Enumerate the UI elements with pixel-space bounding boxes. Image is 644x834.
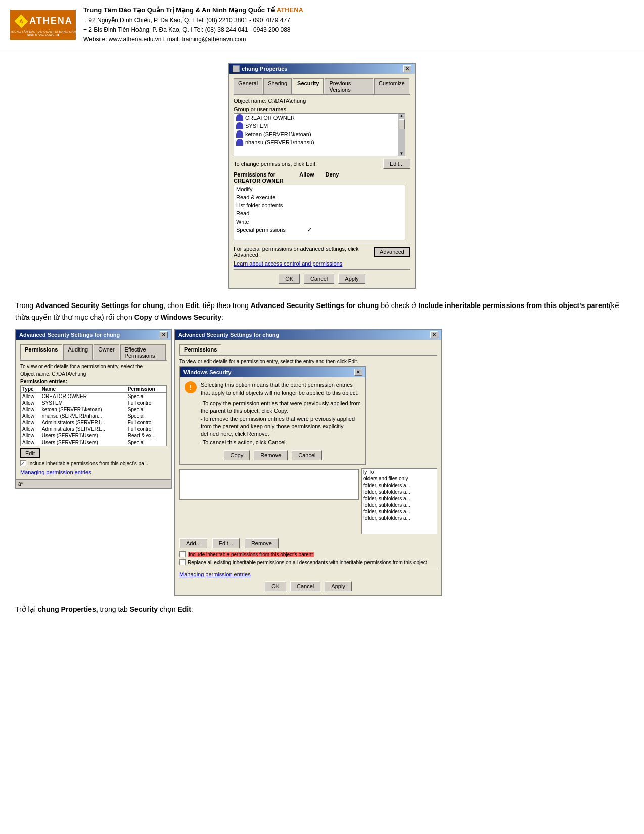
adv-left-statusbar: a* bbox=[16, 479, 171, 488]
adv-left-edit-row: Edit bbox=[20, 448, 167, 458]
popup-text-area: ! Selecting this option means that the p… bbox=[185, 381, 361, 446]
separator2 bbox=[234, 269, 410, 270]
adv-left-tab-auditing[interactable]: Auditing bbox=[63, 344, 93, 360]
table-row: Allow Administrators (SERVER1... Full co… bbox=[21, 426, 166, 432]
perms-header: Permissions for CREATOR OWNER Allow Deny bbox=[234, 171, 410, 184]
adv-left-object: Object name: C:\DATA\chung bbox=[20, 371, 167, 377]
perm-row-read: Read bbox=[234, 209, 405, 217]
adv-right-remove-btn[interactable]: Remove bbox=[245, 538, 279, 548]
dialog1-close[interactable]: ✕ bbox=[403, 65, 411, 72]
adv-left-tab-permissions[interactable]: Permissions bbox=[20, 344, 62, 360]
adv-right-link-row: Managing permission entries bbox=[179, 571, 437, 577]
table-row: Allow Users (SERVER1\Users) Special bbox=[21, 439, 166, 446]
adv-left-tab-effective[interactable]: Effective Permissions bbox=[120, 344, 166, 360]
popup-cancel-btn[interactable]: Cancel bbox=[292, 450, 322, 460]
popup-close[interactable]: ✕ bbox=[354, 369, 362, 376]
dialog1-tabs: General Sharing Security Previous Versio… bbox=[234, 78, 410, 95]
svg-text:A: A bbox=[19, 18, 23, 24]
table-row: Allow SYSTEM Full control bbox=[21, 400, 166, 406]
user-item-system[interactable]: SYSTEM bbox=[234, 122, 398, 130]
adv-right-edit-btn[interactable]: Edit... bbox=[212, 538, 240, 548]
adv-right-checkbox1[interactable] bbox=[179, 551, 186, 557]
adv-left-link[interactable]: Managing permission entries bbox=[20, 469, 91, 475]
adv-left-titlebar: Advanced Security Settings for chung ✕ bbox=[16, 330, 171, 340]
adv-right-body: Permissions To view or edit details for … bbox=[175, 340, 441, 595]
apply-button[interactable]: Apply bbox=[338, 274, 365, 284]
user-name-system: SYSTEM bbox=[245, 123, 268, 129]
adv-right-apply-btn[interactable]: Apply bbox=[325, 581, 352, 591]
scrollbar-thumb bbox=[399, 119, 405, 129]
user-list-scrollbar[interactable]: ▲ ▼ bbox=[398, 114, 405, 156]
user-item-nhansu[interactable]: nhansu (SERVER1\nhansu) bbox=[234, 138, 398, 146]
adv-right-titlebar: Advanced Security Settings for chung ✕ bbox=[175, 330, 441, 340]
perms-listbox: Modify Read & execute List folder conten… bbox=[234, 185, 405, 240]
adv-right-checkbox2[interactable] bbox=[179, 559, 186, 565]
object-label: Object name: bbox=[234, 98, 266, 104]
adv-right-cancel-btn[interactable]: Cancel bbox=[290, 581, 320, 591]
advanced-button[interactable]: Advanced bbox=[374, 247, 410, 257]
dialog1-body: General Sharing Security Previous Versio… bbox=[229, 74, 415, 288]
adv-left-entries: Type Name Permission Allow CREATOR OWNER… bbox=[20, 385, 167, 446]
advanced-dialogs-row: Advanced Security Settings for chung ✕ P… bbox=[15, 329, 629, 596]
adv-right-tab-perms[interactable]: Permissions bbox=[179, 344, 221, 355]
popup-copy-btn[interactable]: Copy bbox=[224, 450, 250, 460]
tab-general[interactable]: General bbox=[234, 78, 262, 94]
user-icon-creator bbox=[236, 114, 243, 121]
adv-left-entries-label: Permission entries: bbox=[20, 379, 167, 384]
adv-right-container: Advanced Security Settings for chung ✕ P… bbox=[174, 329, 442, 596]
user-listbox[interactable]: CREATOR OWNER SYSTEM ketoan (SERVER1\ket… bbox=[234, 113, 405, 156]
tab-customize[interactable]: Customize bbox=[374, 78, 409, 94]
perms-col-deny: Deny bbox=[319, 171, 345, 184]
user-name-ketoan: ketoan (SERVER1\ketoan) bbox=[245, 131, 311, 137]
popup-buttons: Copy Remove Cancel bbox=[185, 450, 361, 460]
adv-right-checkbox2-label: Replace all existing inheritable permiss… bbox=[188, 560, 427, 565]
tab-security[interactable]: Security bbox=[293, 78, 324, 94]
change-perms-text: To change permissions, click Edit. bbox=[234, 161, 317, 167]
user-item-creator[interactable]: CREATOR OWNER bbox=[234, 114, 398, 122]
col-name: Name bbox=[40, 386, 126, 393]
adv-right-ok-btn[interactable]: OK bbox=[265, 581, 286, 591]
adv-left-checkbox[interactable] bbox=[20, 460, 26, 466]
adv-right-checkbox1-row: Include inheritable permissions from thi… bbox=[179, 551, 437, 557]
adv-left-title: Advanced Security Settings for chung bbox=[19, 332, 120, 338]
edit-row: To change permissions, click Edit. Edit.… bbox=[234, 159, 410, 169]
scroll-item-8: folder, subfolders a... bbox=[362, 515, 437, 521]
ok-button[interactable]: OK bbox=[279, 274, 300, 284]
adv-right-link[interactable]: Managing permission entries bbox=[179, 571, 251, 577]
adv-left-checkbox-row: Include inheritable permissions from thi… bbox=[20, 460, 167, 466]
object-name-row: Object name: C:\DATA\chung bbox=[234, 98, 410, 104]
adv-left-view-text: To view or edit details for a permission… bbox=[20, 364, 167, 369]
adv-right-bottom: OK Cancel Apply bbox=[179, 581, 437, 591]
adv-left-tab-owner[interactable]: Owner bbox=[94, 344, 119, 360]
object-value: C:\DATA\chung bbox=[268, 98, 306, 104]
edit-button[interactable]: Edit... bbox=[383, 159, 410, 169]
tab-sharing[interactable]: Sharing bbox=[263, 78, 292, 94]
header-logo: A ATHENA TRUNG TÂM ĐÀO TẠO QUẢN TRỊ MẠNG… bbox=[10, 10, 76, 40]
adv-right-entries-row: ly To olders and files only folder, subf… bbox=[179, 468, 437, 534]
popup-titlebar: Windows Security ✕ bbox=[180, 367, 365, 377]
table-row: Allow nhansu (SERVER1\nhan... Special bbox=[21, 413, 166, 419]
popup-remove-btn[interactable]: Remove bbox=[254, 450, 288, 460]
adv-right-sep bbox=[179, 568, 437, 568]
body-text-1: Trong Advanced Security Settings for chu… bbox=[15, 300, 629, 323]
popup-message: Selecting this option means that the par… bbox=[201, 381, 361, 446]
adv-right-add-btn[interactable]: Add... bbox=[179, 538, 207, 548]
tab-previous-versions[interactable]: Previous Versions bbox=[325, 78, 373, 94]
scroll-item-2: olders and files only bbox=[362, 475, 437, 482]
perms-for-label: Permissions for CREATOR OWNER bbox=[234, 171, 294, 184]
learn-link[interactable]: Learn about access control and permissio… bbox=[234, 260, 342, 267]
scroll-item-1: ly To bbox=[362, 469, 437, 475]
main-content: chung Properties ✕ General Sharing Secur… bbox=[0, 50, 644, 629]
adv-left-body: Permissions Auditing Owner Effective Per… bbox=[16, 340, 171, 479]
adv-left-close[interactable]: ✕ bbox=[160, 331, 168, 338]
separator1 bbox=[234, 243, 410, 243]
cancel-button[interactable]: Cancel bbox=[304, 274, 334, 284]
perm-row-read-execute: Read & execute bbox=[234, 193, 405, 201]
scroll-item-3: folder, subfolders a... bbox=[362, 482, 437, 489]
adv-left-edit-btn[interactable]: Edit bbox=[20, 448, 40, 458]
user-name-creator: CREATOR OWNER bbox=[245, 115, 295, 121]
user-item-ketoan[interactable]: ketoan (SERVER1\ketoan) bbox=[234, 130, 398, 138]
advanced-row: For special permissions or advanced sett… bbox=[234, 246, 410, 258]
perms-col-allow: Allow bbox=[294, 171, 319, 184]
adv-right-close[interactable]: ✕ bbox=[430, 331, 438, 338]
